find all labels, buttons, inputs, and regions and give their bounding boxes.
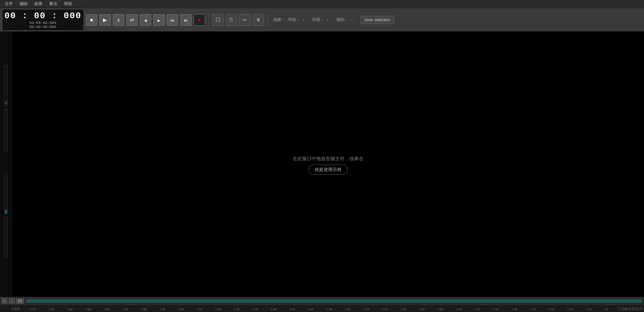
vu-tick-8: -56: [160, 308, 179, 311]
vu-tick-16: -40: [308, 308, 327, 311]
clear-selection-button[interactable]: clear selection: [361, 16, 394, 24]
vu-tick-21: -30: [401, 308, 419, 311]
zoom-in-button[interactable]: +: [1, 298, 7, 304]
start-button[interactable]: [167, 14, 178, 26]
open-icon: 🗒: [229, 17, 233, 22]
separator-1: [208, 13, 209, 27]
vu-tick-10: -52: [197, 308, 216, 311]
menu-edit[interactable]: 编辑: [16, 0, 31, 7]
scroll-track[interactable]: [26, 299, 642, 303]
vu-tick-7: -58: [141, 308, 160, 311]
end-value: -: [327, 18, 334, 22]
vu-tick-31: -10: [586, 308, 605, 311]
timecode-display: 00 : 00 : 000 00:00:00:000 00:00:00:000: [2, 9, 84, 31]
silence-icon: S: [257, 17, 260, 22]
right-channel-label: 右 在: [4, 215, 8, 217]
vu-tick-23: -26: [438, 308, 456, 311]
vu-tick-11: -50: [216, 308, 234, 311]
vu-tick-20: -32: [382, 308, 401, 311]
menu-effects[interactable]: 效果: [31, 0, 46, 7]
level-meter-panel: L 在 右 在: [0, 32, 12, 297]
vu-tick-27: -18: [512, 308, 530, 311]
vu-tick-18: -36: [345, 308, 364, 311]
vu-tick-29: -14: [549, 308, 568, 311]
use-example-button[interactable]: 此处使用示例: [309, 165, 348, 175]
track-area[interactable]: 在此窗口中拖放音频文件，或单击 此处使用示例: [12, 32, 644, 297]
menu-file[interactable]: 文件: [1, 0, 16, 7]
left-channel-label: L 在: [4, 107, 8, 110]
selection-bar: 选择： 开始： - 结尾： - 期间： - clear selection: [273, 16, 394, 24]
reset-zoom-button[interactable]: [R]: [16, 299, 24, 304]
vu-tick-26: -20: [493, 308, 512, 311]
cut-button[interactable]: ✂: [239, 14, 251, 26]
pause-button[interactable]: [113, 14, 124, 26]
stop-icon: [90, 17, 93, 23]
end-button[interactable]: [180, 14, 192, 26]
vu-tick-30: -12: [568, 308, 586, 311]
vu-tick-15: -42: [290, 308, 308, 311]
menu-view[interactable]: 看法: [46, 0, 61, 7]
vu-tick-9: -54: [179, 308, 197, 311]
start-value: -: [303, 18, 310, 22]
end-label: 结尾：: [312, 17, 324, 23]
vu-tick-3: -66: [67, 308, 86, 311]
timecode-sub1: 00:00:00:000: [30, 21, 56, 25]
vu-tick-17: -38: [327, 308, 345, 311]
right-meter-bar: [4, 173, 7, 214]
cut-icon: ✂: [243, 17, 247, 23]
stop-button[interactable]: [86, 14, 97, 26]
new-icon: ☐: [216, 17, 220, 23]
open-button[interactable]: 🗒: [226, 14, 237, 26]
vu-tick-14: -44: [271, 308, 290, 311]
vu-tick-1: -70: [30, 308, 49, 311]
loop-button[interactable]: [126, 14, 138, 26]
duration-label: 期间：: [336, 17, 349, 23]
toolbar: 00 : 00 : 000 00:00:00:000 00:00:00:000 …: [0, 8, 644, 32]
drop-hint: 在此窗口中拖放音频文件，或单击: [293, 154, 363, 163]
vu-tick-4: -64: [86, 308, 104, 311]
record-button[interactable]: [194, 14, 205, 26]
duration-value: -: [351, 18, 358, 22]
left-meter-bar2: [4, 111, 7, 151]
silence-button[interactable]: S: [253, 14, 264, 26]
loop-icon: [130, 17, 134, 23]
vu-tick-24: -24: [456, 308, 475, 311]
separator-2: [267, 13, 268, 27]
zoom-bar: + - [R]: [0, 297, 644, 305]
start-label: 开始：: [288, 17, 300, 23]
start-icon: [170, 17, 174, 23]
selection-label: 选择：: [273, 17, 285, 23]
fastforward-icon: [158, 17, 160, 23]
zoom-out-button[interactable]: -: [9, 298, 15, 304]
vu-tick-6: -60: [123, 308, 141, 311]
vu-tick-19: -34: [364, 308, 382, 311]
left-meter-bar: [4, 65, 7, 106]
vu-tick-25: -22: [475, 308, 493, 311]
play-button[interactable]: [99, 14, 111, 26]
vu-tick-2: -68: [49, 308, 67, 311]
menu-bar: 文件 编辑 效果 看法 帮助: [0, 0, 644, 8]
timecode-main: 00 : 00 : 000: [4, 11, 82, 21]
rewind-button[interactable]: [140, 14, 151, 26]
right-meter-bar2: [4, 217, 7, 258]
record-icon: [198, 17, 201, 23]
play-icon: [103, 17, 107, 23]
vu-ruler: -信息-70-68-66-64-62-60-58-56-54-52-50-48-…: [0, 305, 644, 312]
rewind-icon: [144, 17, 147, 23]
pause-icon: [117, 17, 120, 23]
new-button[interactable]: ☐: [212, 14, 224, 26]
vu-tick-22: -28: [419, 308, 438, 311]
vu-tick-28: -16: [530, 308, 549, 311]
fastforward-button[interactable]: [153, 14, 165, 26]
vu-ruler-inner: -信息-70-68-66-64-62-60-58-56-54-52-50-48-…: [12, 305, 644, 312]
watermark: CSDN@稻临光: [617, 306, 643, 311]
vu-tick-13: -46: [253, 308, 271, 311]
vu-tick-0: -信息: [12, 307, 30, 311]
menu-help[interactable]: 帮助: [61, 0, 75, 7]
vu-tick-12: -48: [234, 308, 253, 311]
timecode-sub2: 00:00:00:000: [30, 25, 56, 29]
end-icon: [184, 17, 188, 23]
vu-tick-5: -62: [104, 308, 123, 311]
bottom-controls: + - [R] -信息-70-68-66-64-62-60-58-56-54-5…: [0, 297, 644, 312]
main-area: L 在 右 在 在此窗口中拖放音频文件，或单击 此处使用示例: [0, 32, 644, 297]
